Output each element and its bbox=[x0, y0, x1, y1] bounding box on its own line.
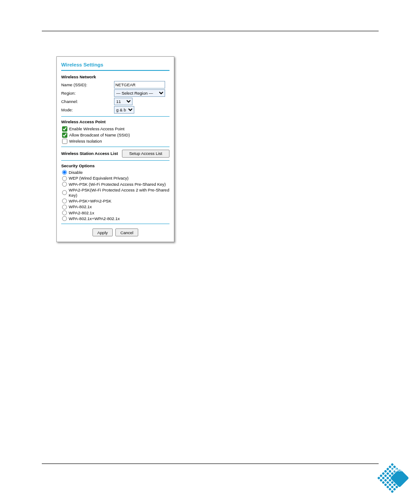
security-option-label: WPA-802.1x bbox=[69, 204, 92, 209]
cancel-button[interactable]: Cancel bbox=[115, 228, 138, 236]
security-option-radio[interactable] bbox=[62, 199, 67, 203]
security-option-row: WPA-PSK+WPA2-PSK bbox=[62, 199, 169, 203]
svg-point-35 bbox=[379, 474, 383, 478]
logo-text: Telkom bbox=[390, 467, 405, 472]
security-option-row: WPA-PSK (Wi-Fi Protected Access Pre-Shar… bbox=[62, 182, 169, 187]
security-option-label: Disable bbox=[69, 170, 83, 175]
enable-ap-label: Enable Wireless Access Point bbox=[69, 126, 125, 131]
security-options-heading: Security Options bbox=[61, 163, 169, 168]
svg-point-30 bbox=[386, 476, 390, 480]
broadcast-ssid-row: Allow Broadcast of Name (SSID) bbox=[62, 132, 169, 138]
button-bar: Apply Cancel bbox=[61, 228, 169, 236]
channel-row: Channel: 11 bbox=[61, 98, 169, 105]
channel-label: Channel: bbox=[61, 99, 114, 104]
security-options-list: DisableWEP (Wired Equivalent Privacy)WPA… bbox=[61, 170, 169, 221]
apply-button[interactable]: Apply bbox=[92, 228, 113, 236]
wireless-settings-panel: Wireless Settings Wireless Network Name … bbox=[56, 56, 174, 242]
svg-point-45 bbox=[384, 483, 387, 486]
ssid-row: Name (SSID): bbox=[61, 81, 169, 88]
security-option-radio[interactable] bbox=[62, 170, 67, 175]
security-option-label: WPA-PSK+WPA2-PSK bbox=[69, 199, 111, 203]
svg-point-36 bbox=[382, 476, 385, 480]
access-list-row: Wireless Station Access List Setup Acces… bbox=[61, 150, 169, 158]
svg-point-22 bbox=[386, 472, 390, 475]
svg-point-43 bbox=[379, 478, 383, 482]
svg-point-38 bbox=[386, 481, 390, 484]
region-select[interactable]: — Select Region — bbox=[114, 89, 165, 97]
svg-point-28 bbox=[382, 472, 385, 475]
security-option-radio[interactable] bbox=[62, 205, 67, 210]
enable-ap-checkbox[interactable] bbox=[62, 126, 67, 132]
security-option-row: WPA-802.1x bbox=[62, 204, 169, 209]
divider bbox=[61, 147, 169, 147]
divider bbox=[61, 160, 169, 161]
mode-row: Mode: g & b bbox=[61, 106, 169, 114]
security-option-row: WPA2-PSK(Wi-Fi Protected Access 2 with P… bbox=[62, 188, 169, 198]
access-list-heading: Wireless Station Access List bbox=[61, 151, 118, 156]
broadcast-ssid-label: Allow Broadcast of Name (SSID) bbox=[69, 132, 130, 137]
top-horizontal-rule bbox=[42, 31, 379, 31]
security-option-row: WPA-802.1x+WPA2-802.1x bbox=[62, 216, 169, 221]
region-row: Region: — Select Region — bbox=[61, 89, 169, 97]
security-option-radio[interactable] bbox=[62, 176, 67, 181]
divider bbox=[61, 224, 169, 224]
wireless-network-heading: Wireless Network bbox=[61, 74, 169, 79]
svg-point-46 bbox=[386, 486, 390, 489]
security-option-row: Disable bbox=[62, 170, 169, 175]
security-option-label: WPA-PSK (Wi-Fi Protected Access Pre-Shar… bbox=[69, 182, 166, 187]
svg-point-42 bbox=[377, 476, 381, 480]
bottom-horizontal-rule bbox=[42, 464, 379, 464]
svg-point-44 bbox=[382, 481, 385, 484]
telkom-logo: Telkom bbox=[372, 458, 412, 498]
security-option-label: WPA2-PSK(Wi-Fi Protected Access 2 with P… bbox=[69, 188, 169, 198]
wireless-ap-heading: Wireless Access Point bbox=[61, 119, 169, 124]
svg-point-40 bbox=[391, 486, 394, 489]
divider bbox=[61, 70, 169, 71]
security-option-row: WPA2-802.1x bbox=[62, 210, 169, 215]
security-option-radio[interactable] bbox=[62, 182, 67, 187]
page: Wireless Settings Wireless Network Name … bbox=[0, 0, 420, 504]
ssid-label: Name (SSID): bbox=[61, 82, 114, 87]
svg-point-37 bbox=[384, 478, 387, 482]
mode-select[interactable]: g & b bbox=[114, 106, 134, 114]
region-label: Region: bbox=[61, 91, 114, 96]
security-option-row: WEP (Wired Equivalent Privacy) bbox=[62, 176, 169, 180]
svg-point-29 bbox=[384, 474, 387, 478]
svg-point-21 bbox=[384, 470, 387, 473]
panel-title: Wireless Settings bbox=[61, 62, 169, 68]
security-option-label: WPA2-802.1x bbox=[69, 210, 94, 215]
broadcast-ssid-checkbox[interactable] bbox=[62, 132, 67, 138]
wireless-isolation-label: Wireless Isolation bbox=[69, 139, 102, 143]
security-option-label: WPA-802.1x+WPA2-802.1x bbox=[69, 216, 120, 221]
security-option-radio[interactable] bbox=[62, 210, 67, 215]
enable-ap-row: Enable Wireless Access Point bbox=[62, 126, 169, 132]
setup-access-list-button[interactable]: Setup Access List bbox=[122, 150, 169, 158]
wireless-isolation-checkbox[interactable] bbox=[62, 139, 67, 144]
security-option-radio[interactable] bbox=[62, 216, 67, 221]
ssid-input[interactable] bbox=[114, 81, 165, 88]
svg-point-0 bbox=[391, 463, 394, 467]
svg-point-48 bbox=[391, 490, 394, 493]
svg-point-47 bbox=[388, 488, 392, 491]
security-option-radio[interactable] bbox=[62, 190, 67, 195]
divider bbox=[61, 116, 169, 117]
svg-point-39 bbox=[388, 483, 392, 486]
mode-label: Mode: bbox=[61, 107, 114, 112]
svg-point-41 bbox=[393, 488, 396, 491]
svg-point-14 bbox=[386, 467, 390, 471]
security-option-label: WEP (Wired Equivalent Privacy) bbox=[69, 176, 129, 180]
wireless-isolation-row: Wireless Isolation bbox=[62, 139, 169, 144]
channel-select[interactable]: 11 bbox=[114, 98, 133, 105]
